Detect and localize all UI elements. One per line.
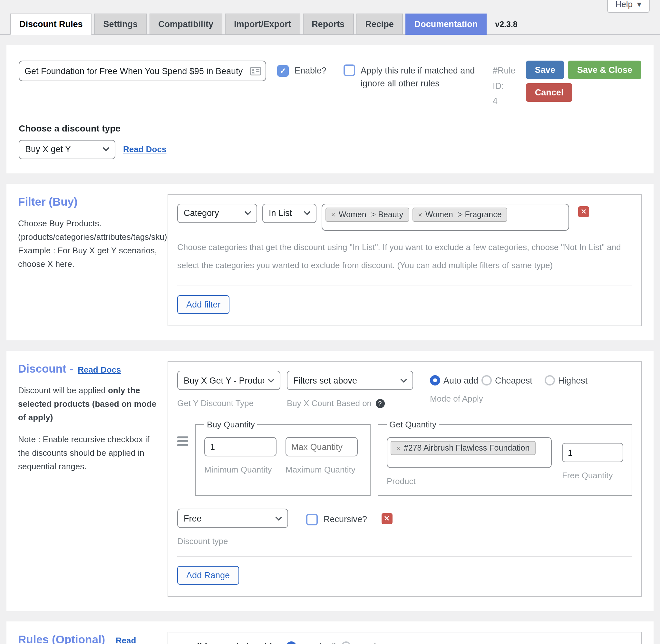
filter-type-select[interactable]: Category [177, 204, 257, 223]
tab-import-export[interactable]: Import/Export [225, 14, 300, 35]
drag-handle-icon[interactable] [177, 436, 188, 496]
range-discount-type-label: Discount type [177, 536, 288, 546]
rule-id-block: #Rule ID: 4 [493, 63, 521, 109]
remove-range-button[interactable]: ✕ [381, 513, 392, 524]
tab-documentation[interactable]: Documentation [405, 14, 487, 35]
save-and-close-button[interactable]: Save & Close [568, 61, 641, 79]
buy-quantity-fieldset: Buy Quantity Minimum Quantity Maximum Qu… [195, 420, 371, 496]
save-button[interactable]: Save [526, 61, 564, 79]
rule-id-label: #Rule ID: [493, 63, 519, 94]
remove-filter-button[interactable]: ✕ [578, 206, 589, 217]
discount-read-docs-link[interactable]: Read Docs [78, 365, 121, 374]
help-question-icon[interactable]: ? [375, 399, 384, 408]
discount-description: Discount will be applied only the select… [18, 384, 159, 424]
chip-label: #278 Airbrush Flawless Foundation [404, 443, 530, 453]
rules-heading: Rules (Optional) - [18, 633, 111, 644]
rule-title-input[interactable] [19, 61, 266, 81]
close-icon: ✕ [384, 514, 390, 523]
rule-title-field [19, 61, 266, 81]
category-chip[interactable]: × Women -> Fragrance [412, 208, 507, 222]
filter-panel: Category In List × Women -> Beauty × Wom… [168, 194, 642, 326]
rule-id-value: 4 [493, 94, 519, 109]
mode-cheapest-radio[interactable] [481, 375, 492, 386]
chevron-down-icon [267, 378, 275, 383]
mode-auto-add-radio[interactable] [430, 375, 440, 386]
check-icon: ✓ [280, 66, 286, 75]
chevron-down-icon [304, 211, 311, 216]
filter-categories-multiselect[interactable]: × Women -> Beauty × Women -> Fragrance [322, 204, 569, 231]
discount-type-read-docs-link[interactable]: Read Docs [123, 145, 166, 154]
get-y-discount-type-value: Buy X Get Y - Products [184, 375, 264, 385]
remove-chip-icon[interactable]: × [418, 211, 422, 218]
mode-cheapest-label: Cheapest [495, 375, 533, 385]
chevron-down-icon [102, 147, 110, 152]
chevron-down-icon [244, 211, 251, 216]
get-quantity-legend: Get Quantity [387, 420, 439, 429]
apply-rule-label: Apply this rule if matched and ignore al… [361, 65, 493, 90]
help-button[interactable]: Help ▾ [607, 0, 650, 13]
mode-auto-add-label: Auto add [444, 375, 478, 385]
close-icon: ✕ [581, 208, 587, 216]
tab-recipe[interactable]: Recipe [356, 14, 403, 35]
help-label: Help [615, 0, 633, 9]
rules-read-docs-link[interactable]: Read Docs [116, 636, 159, 644]
rules-section: Rules (Optional) - Read Docs Include add… [6, 621, 654, 644]
get-y-discount-type-select[interactable]: Buy X Get Y - Products [177, 371, 280, 390]
product-multiselect[interactable]: × #278 Airbrush Flawless Foundation [387, 437, 552, 468]
chevron-down-icon [400, 378, 407, 383]
conditions-relationship-label: Conditions Relationship [177, 642, 278, 644]
minimum-quantity-label: Minimum Quantity [204, 465, 277, 475]
minimum-quantity-input[interactable] [204, 437, 277, 456]
cancel-button[interactable]: Cancel [526, 83, 573, 102]
mode-highest-radio[interactable] [545, 375, 555, 386]
free-quantity-label: Free Quantity [562, 470, 623, 480]
product-label: Product [387, 476, 552, 486]
filter-type-value: Category [184, 209, 219, 218]
recursive-checkbox[interactable] [306, 514, 318, 525]
top-bar: Help ▾ [0, 0, 660, 14]
mode-of-apply-label: Mode of Apply [430, 394, 588, 404]
match-any-label: Match Any [355, 642, 396, 644]
buy-x-count-select[interactable]: Filters set above [287, 371, 413, 390]
filter-operator-select[interactable]: In List [262, 204, 316, 223]
range-discount-type-value: Free [184, 513, 202, 523]
remove-chip-icon[interactable]: × [331, 211, 335, 218]
maximum-quantity-input[interactable] [285, 437, 358, 456]
divider [177, 556, 632, 557]
filter-operator-value: In List [269, 209, 292, 218]
free-quantity-input[interactable] [562, 443, 623, 462]
enable-checkbox[interactable]: ✓ [277, 65, 289, 77]
category-chip[interactable]: × Women -> Beauty [326, 208, 409, 222]
match-all-radio[interactable] [286, 641, 297, 644]
product-chip[interactable]: × #278 Airbrush Flawless Foundation [391, 441, 535, 455]
remove-chip-icon[interactable]: × [396, 444, 401, 452]
maximum-quantity-label: Maximum Quantity [285, 465, 358, 475]
tab-discount-rules[interactable]: Discount Rules [10, 14, 92, 35]
chip-label: Women -> Beauty [339, 210, 403, 219]
chevron-down-icon [275, 516, 282, 521]
version-label: v2.3.8 [495, 20, 518, 29]
discount-type-value: Buy X get Y [25, 145, 71, 154]
tab-settings[interactable]: Settings [94, 14, 147, 35]
rule-header-card: ✓ Enable? Apply this rule if matched and… [6, 45, 654, 174]
filter-help-text: Choose categories that get the discount … [177, 238, 632, 275]
range-discount-type-select[interactable]: Free [177, 509, 288, 528]
discount-type-select[interactable]: Buy X get Y [19, 140, 115, 159]
match-any-radio[interactable] [341, 641, 351, 644]
filter-section: Filter (Buy) Choose Buy Products. (produ… [6, 184, 654, 340]
discount-panel: Buy X Get Y - Products Get Y Discount Ty… [168, 361, 642, 597]
caret-down-icon: ▾ [637, 0, 641, 9]
add-filter-button[interactable]: Add filter [177, 295, 230, 314]
action-buttons: Save Save & Close Cancel [526, 61, 641, 102]
divider [177, 285, 632, 286]
mode-highest-label: Highest [558, 375, 588, 385]
apply-rule-checkbox[interactable] [343, 65, 355, 76]
discount-section: Discount - Read Docs Discount will be ap… [6, 351, 654, 611]
recursive-label: Recursive? [324, 513, 367, 526]
tab-bar: Discount Rules Settings Compatibility Im… [0, 14, 660, 35]
tab-compatibility[interactable]: Compatibility [149, 14, 222, 35]
enable-label: Enable? [294, 65, 327, 77]
buy-x-count-value: Filters set above [293, 375, 357, 385]
tab-reports[interactable]: Reports [303, 14, 354, 35]
add-range-button[interactable]: Add Range [177, 566, 239, 585]
